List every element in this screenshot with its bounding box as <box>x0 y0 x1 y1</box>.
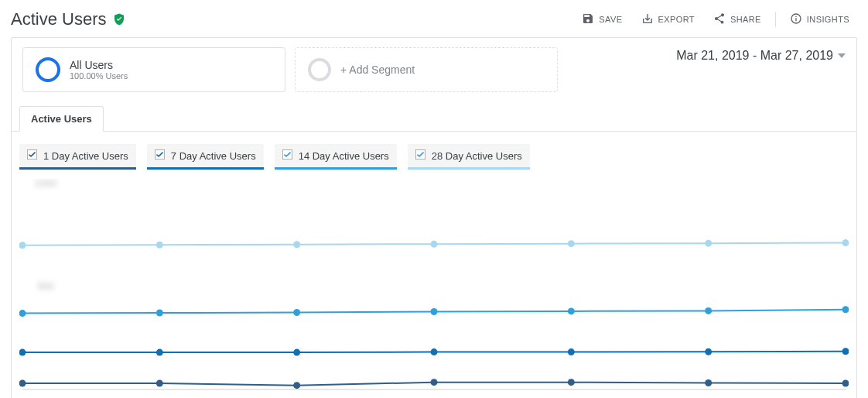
svg-point-10 <box>431 379 438 386</box>
svg-point-19 <box>705 348 712 355</box>
svg-point-32 <box>568 240 575 247</box>
add-segment-label: + Add Segment <box>340 63 415 76</box>
caret-down-icon <box>838 53 846 58</box>
page-title: Active Users <box>11 9 106 29</box>
svg-text:500: 500 <box>37 280 54 292</box>
svg-point-17 <box>431 348 438 355</box>
save-label: SAVE <box>599 15 622 24</box>
tab-active-users[interactable]: Active Users <box>19 106 104 132</box>
svg-point-7 <box>19 380 26 387</box>
tab-strip: Active Users <box>12 106 856 132</box>
share-label: SHARE <box>730 15 761 24</box>
add-segment-button[interactable]: + Add Segment <box>295 47 558 92</box>
divider <box>775 12 776 27</box>
report-body: All Users 100.00% Users + Add Segment Ma… <box>11 37 857 398</box>
segment-ring-icon <box>36 57 60 82</box>
header-actions: SAVE EXPORT SHARE INSIGHTS <box>574 8 857 31</box>
metric-label: 14 Day Active Users <box>299 150 389 162</box>
insights-button[interactable]: INSIGHTS <box>782 8 857 31</box>
checkbox-checked-icon <box>27 149 37 162</box>
svg-point-8 <box>156 380 163 387</box>
svg-point-12 <box>705 379 712 386</box>
svg-point-11 <box>568 379 575 386</box>
svg-point-16 <box>293 349 300 356</box>
export-label: EXPORT <box>658 15 695 24</box>
svg-point-18 <box>568 348 575 355</box>
metric-label: 1 Day Active Users <box>43 150 128 162</box>
svg-point-15 <box>156 349 163 356</box>
svg-point-25 <box>568 307 575 314</box>
metric-chip-28day[interactable]: 28 Day Active Users <box>408 144 530 170</box>
checkbox-checked-icon <box>415 149 425 162</box>
metric-label: 7 Day Active Users <box>171 150 256 162</box>
svg-text:1000: 1000 <box>35 179 57 189</box>
segment-all-users[interactable]: All Users 100.00% Users <box>22 47 285 92</box>
metric-selector-row: 1 Day Active Users 7 Day Active Users 14… <box>12 132 856 176</box>
svg-point-20 <box>842 348 849 355</box>
insights-label: INSIGHTS <box>807 15 849 24</box>
svg-point-9 <box>293 382 300 389</box>
export-icon <box>641 12 654 26</box>
svg-point-34 <box>842 239 849 246</box>
metric-chip-7day[interactable]: 7 Day Active Users <box>147 144 264 170</box>
save-icon <box>582 12 594 26</box>
share-button[interactable]: SHARE <box>706 8 769 31</box>
metric-chip-1day[interactable]: 1 Day Active Users <box>19 144 136 170</box>
checkbox-checked-icon <box>282 149 292 162</box>
svg-point-22 <box>156 310 163 317</box>
svg-point-29 <box>156 242 163 249</box>
svg-point-14 <box>19 349 26 356</box>
metric-label: 28 Day Active Users <box>432 150 522 162</box>
svg-point-28 <box>19 242 26 249</box>
segment-subtitle: 100.00% Users <box>70 71 128 81</box>
svg-point-21 <box>19 310 26 317</box>
add-segment-ring-icon <box>308 58 331 81</box>
metric-chip-14day[interactable]: 14 Day Active Users <box>275 144 397 170</box>
checkbox-checked-icon <box>155 149 165 162</box>
active-users-chart: 5001000…Mar 22Mar 23Mar 24Mar 25Mar 26Ma… <box>12 176 856 398</box>
insights-icon <box>790 12 802 26</box>
svg-point-26 <box>705 307 712 314</box>
svg-point-30 <box>293 241 300 248</box>
export-button[interactable]: EXPORT <box>634 8 702 31</box>
svg-point-23 <box>293 309 300 316</box>
svg-point-13 <box>842 380 849 387</box>
date-range-text: Mar 21, 2019 - Mar 27, 2019 <box>676 49 833 63</box>
svg-point-31 <box>431 241 438 248</box>
save-button[interactable]: SAVE <box>574 8 630 31</box>
report-header: Active Users SAVE EXPORT SHARE INSIGHTS <box>11 8 857 31</box>
date-range-picker[interactable]: Mar 21, 2019 - Mar 27, 2019 <box>676 47 846 64</box>
share-icon <box>713 12 726 26</box>
svg-point-33 <box>705 240 712 247</box>
svg-point-24 <box>431 308 438 315</box>
svg-point-27 <box>842 306 849 313</box>
segment-title: All Users <box>70 59 128 71</box>
verified-shield-icon <box>112 12 126 26</box>
